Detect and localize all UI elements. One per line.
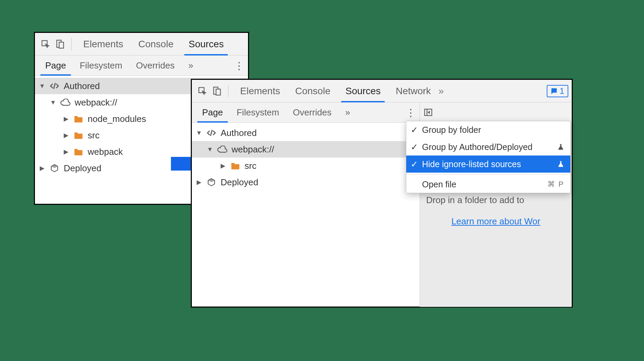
inspect-icon[interactable] [38, 37, 53, 51]
toolbar-separator [228, 85, 228, 97]
tree-label: node_modules [88, 114, 146, 124]
folder-icon [73, 148, 84, 156]
subtab-page[interactable]: Page [38, 55, 73, 75]
subtab-filesystem[interactable]: Filesystem [73, 55, 129, 75]
editor-toolbar [420, 102, 572, 123]
subtab-overrides[interactable]: Overrides [129, 55, 182, 75]
sources-subtabs: Page Filesystem Overrides » ⋮ [192, 102, 420, 123]
tree-label: Deployed [221, 177, 258, 188]
menu-label: Open file [422, 179, 543, 189]
tab-label: Sources [345, 86, 381, 97]
subtab-label: Page [202, 107, 223, 118]
device-toggle-icon[interactable] [210, 84, 224, 98]
tab-label: Console [138, 39, 174, 50]
svg-rect-2 [59, 42, 64, 48]
device-toggle-icon[interactable] [53, 37, 67, 51]
menu-label: Hide ignore-listed sources [422, 159, 553, 169]
tab-elements[interactable]: Elements [233, 80, 288, 102]
expand-right-icon: ▶ [63, 132, 69, 139]
tree-label: webpack:// [232, 144, 274, 155]
workspace-hint: Drop in a folder to add to Learn more ab… [420, 188, 572, 234]
more-options-menu: ✓ Group by folder ✓ Group by Authored/De… [406, 121, 571, 193]
subtab-label: Overrides [293, 107, 332, 118]
tab-label: Network [396, 86, 431, 97]
cube-icon [49, 163, 60, 173]
subtab-label: Page [45, 60, 66, 71]
subtab-label: Filesystem [237, 107, 279, 118]
tree-label: webpack [88, 147, 123, 157]
cloud-icon [60, 99, 71, 106]
folder-icon [230, 162, 241, 170]
subtab-filesystem[interactable]: Filesystem [230, 102, 286, 122]
toolbar-separator [71, 38, 72, 50]
checkmark-icon: ✓ [410, 125, 418, 135]
menu-item-hide-ignore[interactable]: ✓ Hide ignore-listed sources [406, 155, 570, 173]
tab-network[interactable]: Network [388, 80, 438, 102]
expand-down-icon: ▼ [50, 99, 56, 106]
tree-label: src [88, 130, 100, 141]
more-tabs-icon[interactable]: » [438, 86, 444, 97]
devtools-panel-after: Elements Console Sources Network » 1 Pag… [191, 79, 573, 308]
expand-right-icon: ▶ [63, 115, 69, 123]
subtab-label: Filesystem [80, 60, 122, 71]
expand-right-icon: ▶ [39, 164, 45, 172]
tree-label: Authored [64, 81, 100, 91]
keyboard-shortcut: ⌘ P [547, 180, 564, 189]
issues-badge[interactable]: 1 [547, 85, 568, 97]
experiment-flask-icon [557, 143, 564, 151]
tab-sources[interactable]: Sources [181, 33, 231, 55]
subtab-label: Overrides [136, 60, 175, 71]
expand-down-icon: ▼ [39, 83, 45, 90]
expand-down-icon: ▼ [196, 129, 202, 137]
subtab-overrides[interactable]: Overrides [286, 102, 338, 122]
expand-right-icon: ▶ [220, 162, 226, 170]
tree-label: Deployed [64, 163, 101, 174]
tab-sources[interactable]: Sources [338, 80, 388, 102]
tab-label: Sources [188, 39, 224, 50]
collapse-left-icon[interactable] [423, 108, 438, 117]
issues-count: 1 [560, 86, 564, 96]
tab-label: Elements [83, 39, 123, 50]
subtab-page[interactable]: Page [195, 102, 230, 122]
menu-item-group-folder[interactable]: ✓ Group by folder [406, 121, 570, 138]
svg-rect-5 [216, 89, 221, 95]
chat-icon [550, 87, 558, 95]
tree-label: Authored [221, 128, 257, 138]
tab-console[interactable]: Console [131, 33, 181, 55]
cube-icon [206, 177, 217, 187]
code-icon [49, 81, 60, 91]
menu-item-open-file[interactable]: Open file ⌘ P [406, 176, 570, 193]
tab-elements[interactable]: Elements [76, 33, 131, 55]
main-toolbar: Elements Console Sources Network » 1 [192, 80, 572, 102]
tab-label: Console [295, 86, 331, 97]
tree-label: src [245, 161, 257, 171]
menu-label: Group by folder [422, 125, 564, 135]
tab-console[interactable]: Console [288, 80, 338, 102]
tab-label: Elements [240, 86, 280, 97]
main-toolbar: Elements Console Sources [35, 33, 248, 55]
checkmark-icon: ✓ [410, 142, 418, 152]
tree-label: webpack:// [75, 97, 117, 108]
kebab-menu-icon[interactable]: ⋮ [405, 107, 416, 119]
menu-label: Group by Authored/Deployed [422, 142, 553, 152]
tree-node-webpack[interactable]: ▼ webpack:// [192, 141, 420, 158]
learn-more-link[interactable]: Learn more about Wor [451, 216, 541, 226]
expand-right-icon: ▶ [63, 148, 69, 155]
more-tabs-icon[interactable]: » [338, 102, 357, 122]
folder-icon [73, 115, 84, 123]
tree-node-src[interactable]: ▶ src [192, 158, 420, 174]
sources-subtabs: Page Filesystem Overrides » ⋮ [35, 55, 248, 76]
code-icon [206, 128, 217, 138]
hint-text: Drop in a folder to add to [426, 192, 566, 208]
kebab-menu-icon[interactable]: ⋮ [233, 60, 245, 72]
menu-item-group-authored[interactable]: ✓ Group by Authored/Deployed [406, 138, 570, 155]
checkmark-icon: ✓ [410, 159, 418, 169]
tree-node-authored[interactable]: ▼ Authored [192, 125, 420, 141]
tree-node-deployed[interactable]: ▶ Deployed [192, 174, 420, 190]
inspect-icon[interactable] [195, 84, 210, 98]
folder-icon [73, 131, 84, 139]
cloud-icon [216, 146, 228, 153]
more-tabs-icon[interactable]: » [182, 55, 200, 75]
expand-right-icon: ▶ [196, 178, 202, 186]
expand-down-icon: ▼ [207, 146, 213, 153]
